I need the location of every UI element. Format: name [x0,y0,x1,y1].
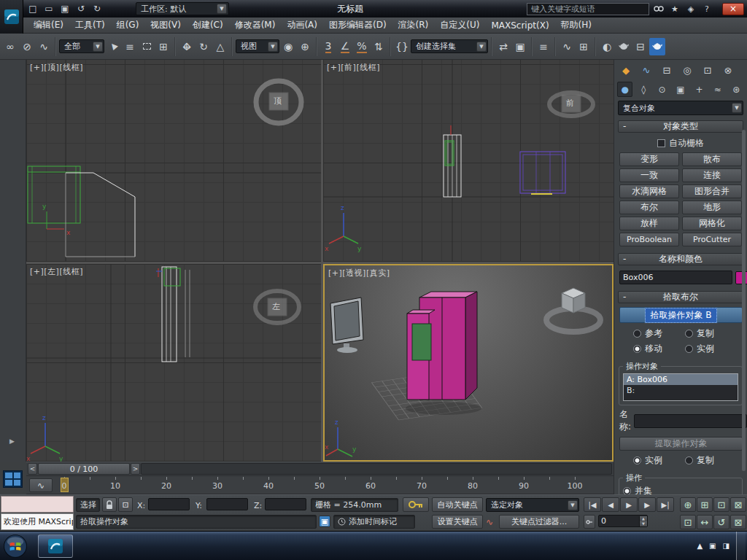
menu-modifiers[interactable]: 修改器(M) [229,17,282,34]
viewcube[interactable]: 前 [566,98,574,109]
viewport-left-label[interactable]: [+][左][线框] [30,266,83,277]
tab-create[interactable]: ◆ [617,62,635,79]
select-and-manipulate-icon[interactable]: ⊕ [297,38,313,55]
selection-filter-combo[interactable]: 选定对象 ▼ [486,498,579,512]
snap-toggle-icon[interactable]: 3 [320,38,336,55]
search-input[interactable] [527,3,649,15]
tray-icon-1[interactable]: ▣ [709,542,716,550]
menu-graph-editors[interactable]: 图形编辑器(D) [323,17,392,34]
rollout-name-color[interactable]: - 名称和颜色 [618,253,743,265]
show-desktop-button[interactable] [736,532,746,560]
list-item[interactable]: B: [624,385,738,396]
maxscript-mini-listener[interactable]: 欢迎使用 MAXScript [1,513,74,530]
viewport-top-label[interactable]: [+][顶][线框] [30,62,83,73]
curve-editor-icon[interactable]: ∿ [559,38,575,55]
btn-connect[interactable]: 连接 [682,168,742,182]
pan-button[interactable]: ↔ [697,515,713,529]
operand-name-input[interactable] [634,414,747,428]
material-editor-icon[interactable]: ◐ [599,38,615,55]
maximize-viewport-button[interactable]: ⊠ [730,515,746,529]
radio-instance[interactable]: 实例 [685,343,737,355]
autogrid-checkbox[interactable] [657,139,665,147]
window-crossing-icon[interactable]: ⊞ [155,38,171,55]
search-icon[interactable] [652,2,665,15]
menu-views[interactable]: 视图(V) [144,17,187,34]
use-pivot-center-icon[interactable]: ◉ [280,38,296,55]
previous-frame-button[interactable]: ◀ [602,497,619,512]
viewport-front[interactable]: [+][前][线框] z [323,60,614,262]
viewport-top[interactable]: [+][顶][线框] y x 顶 [26,60,321,262]
select-object-icon[interactable]: ▶ [105,38,121,55]
btn-loft[interactable]: 放样 [619,217,679,230]
pick-operand-b-button[interactable]: 拾取操作对象 B [619,307,743,323]
tray-icon-2[interactable]: ◨ [723,542,729,550]
application-menu-button[interactable] [0,0,23,34]
btn-proboolean[interactable]: ProBoolean [619,233,679,246]
menu-customize[interactable]: 自定义(U) [434,17,485,34]
menu-tools[interactable]: 工具(T) [69,17,111,34]
absolute-mode-toggle[interactable]: ⊡ [118,497,133,512]
help-icon[interactable]: ? [700,2,713,15]
bind-to-space-warp-icon[interactable]: ∿ [36,38,52,55]
reference-coordinate-dropdown[interactable]: 视图 ▼ [236,39,279,53]
spinner-snap-icon[interactable]: ⇅ [371,38,387,55]
time-slider-track[interactable] [141,463,612,475]
viewport-perspective[interactable]: [+][透视][真实] [323,264,614,462]
btn-mesher[interactable]: 网格化 [682,217,742,230]
btn-scatter[interactable]: 散布 [682,152,742,166]
rollout-pick-boolean[interactable]: - 拾取布尔 [618,291,743,303]
operands-list[interactable]: A: Box006 B: [623,373,738,401]
viewport-left[interactable]: [+][左][线框] z x y 左 [26,264,321,462]
key-mode-toggle-button[interactable] [584,515,595,529]
viewcube[interactable]: 顶 [274,96,282,106]
new-scene-icon[interactable]: □ [26,2,39,15]
y-coordinate-field[interactable] [206,498,248,510]
viewport-perspective-label[interactable]: [+][透视][真实] [328,268,390,279]
x-coordinate-field[interactable] [148,498,190,510]
schematic-view-icon[interactable]: ⊞ [576,38,592,55]
viewport-layout-preset-icon[interactable] [3,470,23,488]
category-geometry-icon[interactable]: ● [617,82,632,97]
show-hidden-icons-button[interactable]: ▲ [697,542,703,550]
tab-display[interactable]: ⊡ [699,62,716,79]
layer-manager-icon[interactable]: ≡ [535,38,551,55]
save-file-icon[interactable]: ▣ [58,2,71,15]
key-filters-button[interactable]: 关键点过滤器... [499,515,579,529]
panel-scrollbar[interactable] [742,130,746,471]
edit-named-selection-sets-icon[interactable]: {} [394,38,410,55]
viewport-front-label[interactable]: [+][前][线框] [327,62,380,73]
radio-copy[interactable]: 复制 [685,327,737,340]
go-to-end-button[interactable]: ▶| [657,497,674,512]
menu-help[interactable]: 帮助(H) [555,17,597,34]
radio-extract-copy[interactable]: 复制 [685,454,737,467]
tab-modify[interactable]: ∿ [638,62,655,79]
category-spacewarps-icon[interactable]: ≈ [710,82,725,97]
next-frame-button[interactable]: ▶ [638,497,656,512]
radio-extract-instance[interactable]: 实例 [633,454,685,467]
align-icon[interactable]: ▣ [512,38,528,55]
radio-move[interactable]: 移动 [633,343,685,355]
select-by-name-icon[interactable]: ≡ [122,38,138,55]
rollout-object-type[interactable]: - 对象类型 [618,120,743,133]
zoom-extents-button[interactable]: ⊡ [713,497,729,512]
btn-procutter[interactable]: ProCutter [682,233,742,246]
redo-icon[interactable]: ↻ [90,2,104,15]
unlink-selection-icon[interactable]: ⊘ [19,38,35,55]
zoom-extents-all-button[interactable]: ⊠ [730,497,746,512]
menu-group[interactable]: 组(G) [111,17,145,34]
menu-rendering[interactable]: 渲染(R) [392,17,435,34]
viewcube[interactable]: 左 [272,301,280,312]
orbit-button[interactable]: ↺ [713,515,729,529]
btn-terrain[interactable]: 地形 [682,201,742,214]
close-button[interactable]: × [722,3,744,15]
prompt-info-icon[interactable]: ▣ [319,516,330,527]
menu-create[interactable]: 创建(C) [187,17,229,34]
tab-utilities[interactable]: ⊗ [719,62,737,79]
rendered-frame-window-icon[interactable]: ⊟ [632,38,649,55]
angle-snap-icon[interactable]: ∠ [337,38,353,55]
mini-curve-editor-button[interactable]: ∿ [29,478,53,492]
geometry-category-dropdown[interactable]: 复合对象 ▼ [618,101,743,115]
add-time-tag-button[interactable]: 添加时间标记 [333,515,415,529]
tab-hierarchy[interactable]: ⊟ [658,62,676,79]
set-key-button[interactable] [403,497,429,512]
